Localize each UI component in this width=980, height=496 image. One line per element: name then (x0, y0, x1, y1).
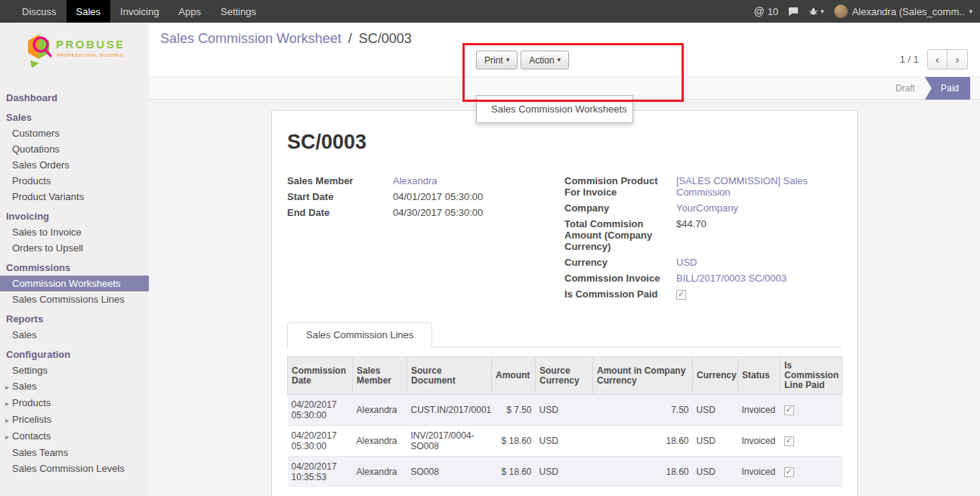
print-button[interactable]: Print ▾ (476, 51, 518, 69)
sidebar-section-configuration[interactable]: Configuration (0, 347, 149, 362)
cell-commission-date: 04/20/2017 10:35:53 (288, 457, 353, 488)
field-company: Company YourCompany (564, 202, 842, 214)
menu-sales[interactable]: Sales (66, 0, 111, 23)
sidebar-section-commissions[interactable]: Commissions (0, 260, 149, 276)
cell-currency: USD (693, 426, 738, 457)
line-paid-checkbox[interactable]: ✓ (784, 405, 794, 415)
cell-amount: $ 18.60 (492, 457, 536, 488)
tab-sales-commission-lines[interactable]: Sales Commission Lines (287, 322, 432, 347)
line-paid-checkbox[interactable]: ✓ (784, 436, 794, 446)
sidebar-section-sales[interactable]: Sales (0, 109, 149, 125)
end-date-value: 04/30/2017 05:30:00 (393, 207, 483, 218)
sidebar-item-sales-teams[interactable]: Sales Teams (0, 445, 149, 461)
field-label: Commision Product For Invoice (564, 175, 676, 198)
chevron-left-icon: ‹ (935, 53, 939, 66)
is-commission-paid-checkbox[interactable]: ✓ (676, 290, 686, 300)
chevron-right-icon: ▸ (5, 416, 9, 424)
table-row[interactable]: 04/20/2017 10:35:53 Alexandra SO008 $ 18… (288, 457, 842, 488)
col-status: Status (738, 357, 781, 395)
cell-sales-member: Alexandra (353, 426, 407, 457)
field-is-commission-paid: Is Commission Paid ✓ (564, 288, 842, 300)
sidebar-item-product-variants[interactable]: Product Variants (0, 189, 149, 205)
sidebar-item-orders-to-upsell[interactable]: Orders to Upsell (0, 240, 149, 256)
sidebar-group-reports: Reports Sales (0, 311, 149, 343)
pager-previous-button[interactable]: ‹ (927, 49, 948, 69)
cell-commission-date: 04/20/2017 05:30:00 (288, 426, 353, 457)
sidebar-item-quotations[interactable]: Quotations (0, 141, 149, 157)
cell-amount-company: 7.50 (593, 395, 693, 426)
cell-currency: USD (693, 457, 738, 488)
check-icon: ✓ (786, 435, 793, 445)
sidebar-item-config-pricelists[interactable]: ▸Pricelists (0, 411, 149, 428)
menu-discuss[interactable]: Discuss (12, 0, 66, 23)
sidebar-item-sales-commissions-lines[interactable]: Sales Commissions Lines (0, 291, 149, 307)
commission-product-link[interactable]: [SALES COMMISSION] Sales Commission (676, 175, 827, 198)
sidebar-item-config-products[interactable]: ▸Products (0, 395, 149, 411)
action-button[interactable]: Action ▾ (521, 51, 569, 69)
at-icon: @ (753, 5, 764, 17)
action-button-label: Action (529, 55, 554, 66)
sidebar-item-sales-orders[interactable]: Sales Orders (0, 157, 149, 173)
col-commission-date: Commission Date (288, 357, 353, 395)
main-area: Sales Commission Worksheet / SC/0003 Pri… (149, 23, 980, 496)
check-icon: ✓ (678, 288, 685, 300)
sidebar: PROBUSE PROFESSIONAL BUSINESS Dashboard … (0, 23, 149, 496)
menu-apps[interactable]: Apps (168, 0, 211, 23)
sidebar-section-invoicing[interactable]: Invoicing (0, 208, 149, 224)
cell-source-document: INV/2017/0004-SO008 (407, 426, 492, 457)
cell-currency: USD (693, 395, 738, 426)
menu-item-sales-commission-worksheets[interactable]: Sales Commission Worksheets (477, 99, 632, 119)
topbar: Discuss Sales Invoicing Apps Settings @ … (0, 0, 980, 23)
sidebar-item-customers[interactable]: Customers (0, 125, 149, 141)
cell-line-paid: ✓ (781, 426, 842, 457)
field-commission-product: Commision Product For Invoice [SALES COM… (564, 175, 842, 198)
sidebar-item-dashboard[interactable]: Dashboard (0, 90, 149, 106)
record-title: SC/0003 (287, 131, 842, 154)
sales-member-link[interactable]: Alexandra (393, 175, 437, 186)
sidebar-item-products[interactable]: Products (0, 173, 149, 189)
menu-invoicing[interactable]: Invoicing (110, 0, 168, 23)
cell-status: Invoiced (738, 395, 781, 426)
field-commission-invoice: Commission Invoice BILL/2017/0003 SC/000… (564, 273, 842, 284)
sidebar-item-config-contacts[interactable]: ▸Contacts (0, 428, 149, 445)
sidebar-section-reports[interactable]: Reports (0, 311, 149, 327)
sidebar-item-sales-commission-levels[interactable]: Sales Commission Levels (0, 461, 149, 476)
status-draft[interactable]: Draft (886, 77, 925, 100)
commission-invoice-link[interactable]: BILL/2017/0003 SC/0003 (676, 273, 787, 284)
field-end-date: End Date 04/30/2017 05:30:00 (287, 207, 564, 218)
sidebar-item-reports-sales[interactable]: Sales (0, 327, 149, 343)
cell-source-currency: USD (536, 457, 593, 488)
form-sheet: SC/0003 Sales Member Alexandra Start Dat… (271, 110, 858, 496)
total-commission-amount-value: $44.70 (676, 218, 706, 252)
currency-link[interactable]: USD (676, 257, 697, 268)
topbar-right: @ 10 ▾ Alexandra (Sales_comm.. ▾ (753, 5, 972, 18)
line-paid-checkbox[interactable]: ✓ (784, 467, 794, 477)
status-paid[interactable]: Paid (925, 77, 970, 100)
sidebar-item-sales-to-invoice[interactable]: Sales to Invoice (0, 224, 149, 240)
sidebar-item-config-sales[interactable]: ▸Sales (0, 378, 149, 395)
brand-text: PROBUSE (56, 38, 122, 51)
debug-icon[interactable]: ▾ (808, 7, 824, 17)
col-amount: Amount (492, 357, 536, 395)
content-area: SC/0003 Sales Member Alexandra Start Dat… (149, 100, 980, 496)
table-row[interactable]: 04/20/2017 05:30:00 Alexandra CUST.IN/20… (288, 395, 842, 426)
company-link[interactable]: YourCompany (676, 202, 738, 214)
menu-settings[interactable]: Settings (211, 0, 266, 23)
chat-icon[interactable] (788, 7, 799, 17)
chevron-down-icon: ▾ (506, 57, 510, 63)
sidebar-item-label: Pricelists (12, 414, 51, 425)
action-buttons: Print ▾ Action ▾ Sales Commission Worksh… (476, 51, 569, 69)
sidebar-item-commission-worksheets[interactable]: Commission Worksheets (0, 276, 149, 291)
field-total-commission-amount: Total Commision Amount (Company Currency… (564, 218, 842, 252)
cell-status: Invoiced (738, 426, 781, 457)
pager: 1 / 1 ‹ › (900, 49, 968, 69)
user-name: Alexandra (Sales_comm.. (852, 6, 965, 17)
check-icon: ✓ (786, 404, 793, 414)
sidebar-item-config-settings[interactable]: Settings (0, 362, 149, 378)
mentions-button[interactable]: @ 10 (753, 5, 778, 17)
start-date-value: 04/01/2017 05:30:00 (393, 191, 483, 202)
breadcrumb-parent-link[interactable]: Sales Commission Worksheet (160, 31, 342, 46)
user-menu[interactable]: Alexandra (Sales_comm.. ▾ (834, 5, 972, 18)
pager-next-button[interactable]: › (948, 49, 968, 69)
table-row[interactable]: 04/20/2017 05:30:00 Alexandra INV/2017/0… (288, 426, 842, 457)
